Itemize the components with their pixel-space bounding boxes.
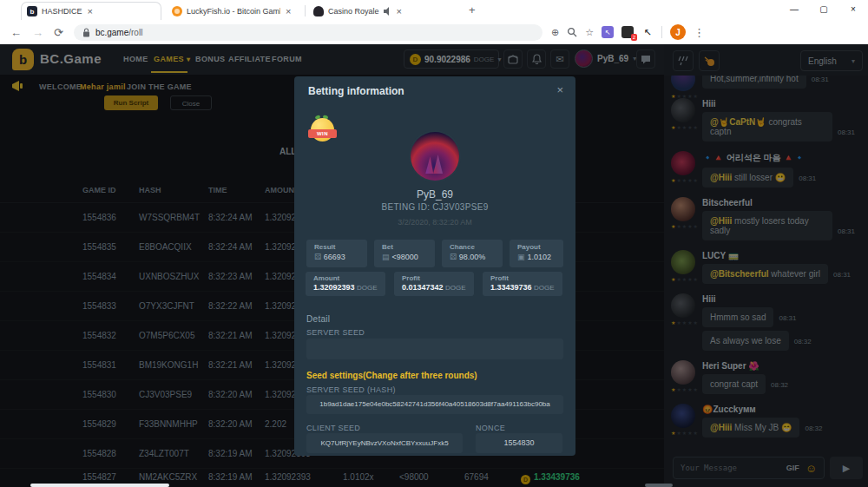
window-minimize-button[interactable]: —: [779, 0, 809, 19]
stat-bet: Bet ▤<98000: [374, 240, 435, 267]
bcgame-favicon-icon: b: [27, 6, 37, 16]
server-seed-label: SERVER SEED: [306, 328, 365, 337]
modal-close-icon[interactable]: ×: [556, 83, 563, 96]
tab-close-icon[interactable]: ×: [88, 6, 93, 16]
new-tab-button[interactable]: +: [469, 3, 476, 16]
stat-payout: Payout ▣1.0102: [510, 240, 563, 267]
bet-timestamp: 3/2/2020, 8:32:20 AM: [294, 218, 575, 227]
profit-box: Profit 0.01347342 DOGE: [394, 272, 474, 296]
casino-favicon-icon: [313, 6, 324, 16]
nonce-field[interactable]: 1554830: [476, 433, 562, 453]
server-seed-field[interactable]: [306, 339, 563, 359]
betting-information-modal: Betting information × WIN PyB_69 BETING …: [294, 76, 575, 456]
tab-strip: b HASHDICE × LuckyFish.io - Bitcoin Gamb…: [0, 0, 868, 21]
player-avatar: [411, 132, 459, 181]
scrollbar-thumb[interactable]: [645, 484, 673, 487]
client-seed-label: CLIENT SEED: [306, 424, 360, 432]
amount-box: Amount 1.32092393 DOGE: [306, 272, 385, 296]
luckyfish-favicon-icon: [172, 6, 182, 16]
url-text: bc.game/roll: [95, 28, 142, 37]
tab-close-icon[interactable]: ×: [397, 6, 402, 16]
browser-toolbar: ← → ⟳ bc.game/roll ⊕ ☆ ↖ 2 ↖ J ⋮: [0, 21, 868, 44]
search-icon[interactable]: [567, 27, 577, 37]
address-bar[interactable]: bc.game/roll: [74, 24, 542, 41]
extension-badge-icon[interactable]: 2: [621, 26, 634, 38]
zoom-page-icon[interactable]: ⊕: [551, 27, 559, 38]
win-ribbon-label: WIN: [308, 129, 337, 138]
betting-id: BETING ID: CJ3V03PSE9: [294, 202, 575, 212]
tab-title: HASHDICE: [42, 7, 82, 16]
extension-pointer-icon[interactable]: ↖: [641, 26, 654, 38]
tab-audio-icon[interactable]: [383, 7, 391, 16]
dice-icon: ⚄: [314, 253, 321, 261]
browser-profile-avatar[interactable]: J: [670, 24, 686, 40]
padlock-icon: [82, 28, 90, 37]
window-close-button[interactable]: ×: [838, 0, 868, 19]
browser-menu-icon[interactable]: ⋮: [694, 26, 705, 39]
tab-close-icon[interactable]: ×: [286, 6, 291, 16]
extension-badge-count: 2: [631, 34, 637, 41]
modal-title: Betting information: [308, 85, 404, 97]
tab-hashdice[interactable]: b HASHDICE ×: [21, 2, 161, 20]
screen-icon: ▣: [517, 253, 525, 261]
dice-icon: ⚄: [450, 253, 457, 261]
back-icon[interactable]: ←: [10, 26, 22, 39]
tab-title: Casino Royale: [328, 7, 379, 16]
extension-cursor-icon[interactable]: ↖: [602, 26, 614, 38]
stat-result: Result ⚄66693: [306, 240, 367, 267]
forward-icon[interactable]: →: [32, 26, 43, 39]
horizontal-scrollbar[interactable]: [30, 484, 169, 487]
client-seed-field[interactable]: KQ7UfRjYEyNBvzVXoNxfCBYxxuuJFxk5: [306, 433, 463, 453]
tab-separator: [305, 5, 306, 16]
toolbar-right: ⊕ ☆ ↖ 2 ↖ J ⋮: [551, 24, 705, 40]
tab-casino-royale[interactable]: Casino Royale ×: [308, 2, 463, 20]
detail-label: Detail: [306, 314, 330, 324]
window-maximize-button[interactable]: ▢: [809, 0, 838, 19]
nonce-label: NONCE: [476, 424, 505, 432]
browser-chrome: b HASHDICE × LuckyFish.io - Bitcoin Gamb…: [0, 0, 868, 44]
tab-luckyfish[interactable]: LuckyFish.io - Bitcoin Gambling S ×: [167, 2, 304, 20]
profit-total-box: Profit 1.33439736 DOGE: [483, 272, 562, 296]
seed-settings-label: Seed settings(Change after three rounds): [306, 371, 477, 380]
stat-chance: Chance ⚄98.00%: [442, 240, 503, 267]
bookmark-star-icon[interactable]: ☆: [585, 27, 594, 38]
tab-title: LuckyFish.io - Bitcoin Gambling S: [187, 7, 280, 16]
win-badge: WIN: [311, 118, 334, 141]
refresh-icon[interactable]: ⟳: [54, 26, 63, 39]
player-name: PyB_69: [294, 188, 575, 201]
server-seed-hash-label: SERVER SEED (HASH): [306, 385, 396, 394]
coins-icon: ▤: [382, 253, 390, 261]
toolbar-divider: [661, 26, 662, 38]
server-seed-hash-field[interactable]: 1b9ad1dae175e04e0bc58242741d356f40a40518…: [306, 395, 563, 414]
page: b BC.Game HOME GAMES ▾ BONUS AFFILIATE F…: [0, 44, 868, 487]
